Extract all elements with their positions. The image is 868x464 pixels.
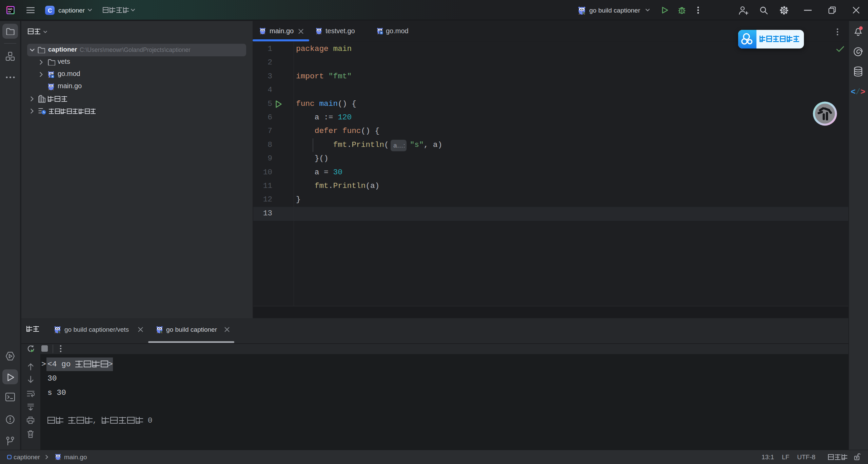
svg-text:C: C (48, 7, 52, 14)
svg-text:GO: GO (8, 7, 13, 11)
